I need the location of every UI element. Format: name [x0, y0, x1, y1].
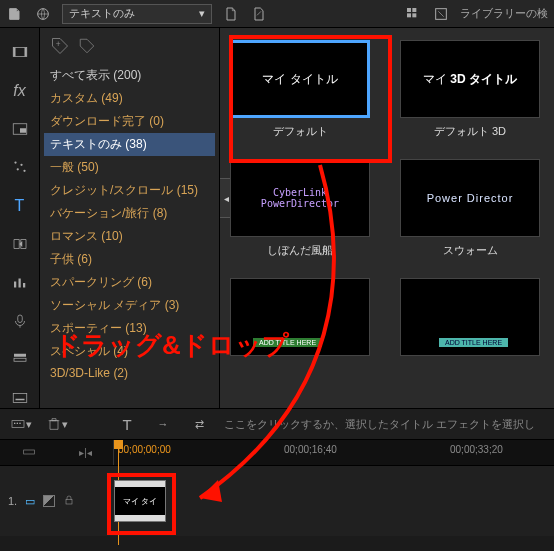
- svg-point-12: [20, 164, 22, 166]
- top-toolbar: テキストのみ ▾ ライブラリーの検: [0, 0, 554, 28]
- chevron-down-icon: ▾: [199, 7, 205, 20]
- svg-text:+: +: [56, 39, 61, 49]
- svg-rect-26: [17, 423, 18, 424]
- cat-credits[interactable]: クレジット/スクロール (15): [44, 179, 215, 202]
- svg-rect-19: [14, 354, 26, 357]
- keyboard-icon[interactable]: ▾: [10, 414, 32, 434]
- thumb-caption: しぼんだ風船: [267, 243, 333, 258]
- cat-romance[interactable]: ロマンス (10): [44, 225, 215, 248]
- svg-rect-15: [14, 281, 16, 287]
- svg-rect-10: [20, 128, 26, 133]
- thumb-preview: マイ 3D タイトル: [400, 40, 540, 118]
- trash-icon[interactable]: ▾: [46, 414, 68, 434]
- timecode-current: 00;00;00;00: [118, 444, 171, 455]
- arrow-right-icon[interactable]: →: [152, 414, 174, 434]
- thumb-preview: ADD TITLE HERE: [400, 278, 540, 356]
- filter-dropdown[interactable]: テキストのみ ▾: [62, 4, 212, 24]
- timeline-clip[interactable]: マイ タイ: [114, 480, 166, 522]
- track-lock-icon[interactable]: [63, 494, 75, 508]
- cat-special[interactable]: スペシャル (4): [44, 340, 215, 363]
- thumb-lowerthird-2[interactable]: ADD TITLE HERE: [400, 278, 540, 362]
- svg-rect-20: [14, 359, 26, 362]
- new-doc-icon[interactable]: [222, 6, 240, 22]
- track-header: 1. ▭: [0, 494, 114, 508]
- svg-point-13: [16, 169, 18, 171]
- svg-rect-1: [407, 8, 411, 12]
- thumb-preview: ADD TITLE HERE: [230, 278, 370, 356]
- timecode-1: 00;00;16;40: [284, 444, 337, 455]
- thumb-default[interactable]: マイ タイトル デフォルト: [230, 40, 370, 139]
- svg-rect-2: [412, 8, 416, 12]
- thumb-caption: スウォーム: [443, 243, 498, 258]
- arrow-swap-icon[interactable]: ⇄: [188, 414, 210, 434]
- thumb-preview: マイ タイトル: [230, 40, 370, 118]
- expand-icon[interactable]: [432, 6, 450, 22]
- thumb-balloon[interactable]: CyberLinkPowerDirector しぼんだ風船: [230, 159, 370, 258]
- svg-rect-22: [15, 399, 24, 401]
- title-room-icon[interactable]: T: [9, 196, 31, 216]
- room-tabs: fx T: [0, 28, 40, 408]
- tag-add-icon[interactable]: +: [50, 36, 70, 56]
- fx-room-icon[interactable]: fx: [9, 80, 31, 100]
- ruler-collapse-icon[interactable]: [21, 444, 37, 462]
- thumb-preview: Power Director: [400, 159, 540, 237]
- svg-rect-8: [24, 48, 26, 57]
- cat-social[interactable]: ソーシャル メディア (3): [44, 294, 215, 317]
- svg-rect-25: [14, 423, 15, 424]
- timeline-ruler: ▸|◂ 00;00;00;00 00;00;16;40 00;00;33;20: [0, 440, 554, 466]
- cat-sparkling[interactable]: スパークリング (6): [44, 271, 215, 294]
- sidebar-header: +: [44, 34, 215, 64]
- pip-room-icon[interactable]: [9, 119, 31, 139]
- category-sidebar: + すべて表示 (200) カスタム (49) ダウンロード完了 (0) テキス…: [40, 28, 220, 408]
- svg-rect-3: [407, 13, 411, 17]
- svg-rect-16: [18, 278, 20, 287]
- title-gallery: ◂ マイ タイトル デフォルト マイ 3D タイトル デフォルト 3D Cybe…: [220, 28, 554, 408]
- chapter-icon[interactable]: [9, 349, 31, 369]
- svg-point-11: [14, 162, 16, 164]
- timeline-track: 1. ▭ マイ タイ: [0, 466, 554, 536]
- globe-icon[interactable]: [34, 6, 52, 22]
- track-type-icon: ▭: [25, 495, 35, 508]
- track-visible-checkbox[interactable]: [43, 495, 55, 507]
- track-number: 1.: [8, 495, 17, 507]
- timecode-2: 00;00;33;20: [450, 444, 503, 455]
- transition-room-icon[interactable]: [9, 234, 31, 254]
- cat-3d[interactable]: 3D/3D-Like (2): [44, 363, 215, 383]
- cat-sporty[interactable]: スポーティー (13): [44, 317, 215, 340]
- svg-point-14: [23, 170, 25, 172]
- cat-kids[interactable]: 子供 (6): [44, 248, 215, 271]
- thumb-default-3d[interactable]: マイ 3D タイトル デフォルト 3D: [400, 40, 540, 139]
- svg-rect-4: [412, 13, 416, 17]
- voiceover-icon[interactable]: [9, 311, 31, 331]
- title-T-icon[interactable]: T: [116, 414, 138, 434]
- cat-text-only[interactable]: テキストのみ (38): [44, 133, 215, 156]
- svg-rect-21: [13, 393, 27, 402]
- svg-rect-27: [19, 423, 20, 424]
- svg-rect-17: [23, 283, 25, 288]
- svg-rect-18: [17, 315, 22, 323]
- cat-vacation[interactable]: バケーション/旅行 (8): [44, 202, 215, 225]
- thumb-caption: デフォルト 3D: [434, 124, 506, 139]
- cat-general[interactable]: 一般 (50): [44, 156, 215, 179]
- main-panel: fx T + すべて表示 (200) カスタム (49) ダウンロード完了 (0…: [0, 28, 554, 408]
- media-room-icon[interactable]: [9, 42, 31, 62]
- particle-room-icon[interactable]: [9, 157, 31, 177]
- tag-icon[interactable]: [78, 37, 96, 55]
- thumb-preview: CyberLinkPowerDirector: [230, 159, 370, 237]
- timeline-hint: ここをクリックするか、選択したタイトル エフェクトを選択し: [224, 417, 544, 432]
- cat-custom[interactable]: カスタム (49): [44, 87, 215, 110]
- svg-rect-7: [13, 48, 15, 57]
- edit-doc-icon[interactable]: [250, 6, 268, 22]
- cat-show-all[interactable]: すべて表示 (200): [44, 64, 215, 87]
- thumb-swarm[interactable]: Power Director スウォーム: [400, 159, 540, 258]
- ruler-track[interactable]: 00;00;00;00 00;00;16;40 00;00;33;20: [114, 440, 554, 465]
- thumb-lowerthird-1[interactable]: ADD TITLE HERE: [230, 278, 370, 362]
- svg-rect-28: [24, 450, 35, 454]
- subtitle-icon[interactable]: [9, 388, 31, 408]
- import-icon[interactable]: [6, 6, 24, 22]
- grid-icon[interactable]: [404, 6, 422, 22]
- marker-prev-icon[interactable]: ▸|◂: [79, 447, 92, 458]
- audio-mix-icon[interactable]: [9, 272, 31, 292]
- library-label: ライブラリーの検: [460, 6, 548, 21]
- cat-downloaded[interactable]: ダウンロード完了 (0): [44, 110, 215, 133]
